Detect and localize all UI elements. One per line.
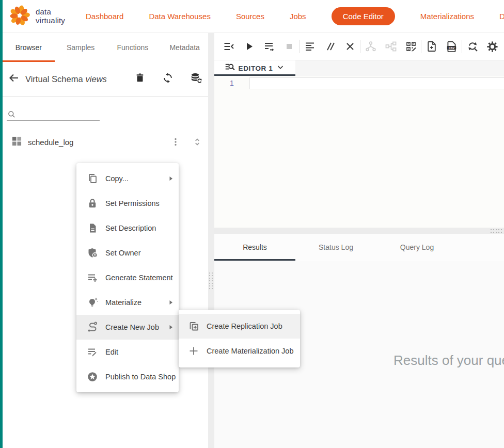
delete-schema-button[interactable] <box>133 72 147 86</box>
star-circle-icon <box>87 371 98 382</box>
tree-item-schedule-log[interactable]: schedule_log <box>3 132 211 152</box>
item-kebab-menu-button[interactable] <box>169 136 182 148</box>
copy-arrow-icon <box>188 321 199 332</box>
trash-icon <box>134 72 146 86</box>
manage-search-icon <box>225 62 235 75</box>
lock-icon <box>87 198 98 209</box>
nav-materializations[interactable]: Materializations <box>420 12 474 21</box>
qr-edit-icon[interactable] <box>401 36 421 57</box>
run-script-icon[interactable] <box>259 36 279 57</box>
stop-icon <box>279 36 299 57</box>
database-refresh-icon <box>190 72 202 86</box>
refresh-schema-button[interactable] <box>161 72 175 86</box>
panel-splitter-vertical[interactable] <box>208 33 214 448</box>
copy-icon <box>87 173 98 184</box>
chevron-down-icon[interactable] <box>276 62 285 74</box>
menu-item-label: Set Owner <box>105 249 141 257</box>
submenu-arrow-icon <box>168 300 174 305</box>
editor-active-line[interactable] <box>249 77 504 89</box>
menu-item-publish-to-data-shop[interactable]: Publish to Data Shop <box>76 364 179 389</box>
menu-item-label: Materialize <box>105 298 141 307</box>
shield-person-icon <box>87 247 98 259</box>
tree-item-label: schedule_log <box>28 138 73 147</box>
nav-data-shop[interactable]: Data Shop <box>499 12 504 21</box>
splitter-drag-handle <box>209 273 213 289</box>
menu-item-label: Create Replication Job <box>207 322 282 330</box>
menu-item-set-description[interactable]: Set Description <box>76 216 179 241</box>
nav-code-editor[interactable]: Code Editor <box>332 7 395 25</box>
playlist-add-icon <box>87 272 98 283</box>
tab-results[interactable]: Results <box>214 234 295 261</box>
code-editor-panel: CSV <box>214 33 504 448</box>
schema-tree-icon <box>381 36 401 57</box>
line-number: 1 <box>214 79 249 87</box>
schema-header: Virtual Schemaviews <box>3 62 211 97</box>
results-placeholder-text: Results of your querie <box>393 353 504 369</box>
csv-icon-label: CSV <box>449 46 455 49</box>
tab-browser[interactable]: Browser <box>3 33 55 62</box>
back-arrow-icon <box>8 72 20 86</box>
tab-samples[interactable]: Samples <box>55 33 107 62</box>
back-button[interactable] <box>7 72 21 86</box>
menu-item-label: Copy... <box>105 174 129 183</box>
settings-gear-icon[interactable] <box>482 36 502 57</box>
reload-metadata-button[interactable] <box>189 72 202 86</box>
menu-item-label: Publish to Data Shop <box>105 373 176 381</box>
sidebar-tabs: Browser Samples Functions Metadata <box>3 33 211 62</box>
results-tabs: Results Status Log Query Log <box>214 234 504 261</box>
note-add-icon[interactable] <box>421 36 442 57</box>
tab-metadata[interactable]: Metadata <box>159 33 211 62</box>
logo-wordmark: datavirtuality <box>36 8 65 24</box>
nav-sources[interactable]: Sources <box>236 12 264 21</box>
teal-edge-accent <box>0 0 3 448</box>
route-icon <box>87 322 98 333</box>
menu-item-label: Set Permissions <box>105 199 160 207</box>
editor-toolbar: CSV <box>214 33 504 60</box>
menu-item-set-permissions[interactable]: Set Permissions <box>76 191 179 216</box>
logo-starburst-icon <box>8 4 31 29</box>
menu-item-label: Create Materialization Job <box>207 347 293 355</box>
nav-jobs[interactable]: Jobs <box>290 12 306 21</box>
schema-title: Virtual Schemaviews <box>25 74 107 84</box>
menu-item-label: Edit <box>105 348 118 356</box>
format-slash-icon[interactable] <box>320 36 340 57</box>
menu-item-create-materialization-job[interactable]: Create Materialization Job <box>179 339 300 363</box>
menu-item-copy[interactable]: Copy... <box>76 166 179 191</box>
refresh-icon <box>162 72 174 86</box>
edit-list-icon <box>87 346 98 358</box>
search-input[interactable] <box>7 109 100 121</box>
tree-search <box>7 109 100 121</box>
menu-item-generate-statement[interactable]: Generate Statement <box>76 265 179 290</box>
nav-dashboard[interactable]: Dashboard <box>86 12 123 21</box>
panel-splitter-horizontal[interactable] <box>214 228 504 234</box>
tab-status-log[interactable]: Status Log <box>295 234 376 261</box>
data-virtuality-logo[interactable]: datavirtuality <box>8 4 69 29</box>
menu-item-set-owner[interactable]: Set Owner <box>76 241 179 265</box>
menu-item-materialize[interactable]: Materialize <box>76 290 179 315</box>
tab-editor-1[interactable]: EDITOR 1 <box>214 60 295 76</box>
submenu-arrow-icon <box>168 325 174 330</box>
editor-tab-label: EDITOR 1 <box>239 65 273 72</box>
menu-item-edit[interactable]: Edit <box>76 340 179 364</box>
nav-data-warehouses[interactable]: Data Warehouses <box>149 12 211 21</box>
create-new-job-submenu: Create Replication Job Create Materializ… <box>179 310 300 367</box>
menu-collapse-icon[interactable] <box>218 36 239 57</box>
splitter-drag-handle <box>491 229 502 233</box>
unfold-icon[interactable] <box>191 136 203 148</box>
find-replace-icon[interactable] <box>462 36 482 57</box>
top-navbar: datavirtuality Dashboard Data Warehouses… <box>0 0 504 33</box>
csv-export-icon[interactable]: CSV <box>442 36 462 57</box>
menu-item-label: Create New Job <box>105 323 159 331</box>
menu-item-create-new-job[interactable]: Create New Job <box>76 315 179 340</box>
run-icon[interactable] <box>239 36 259 57</box>
context-menu: Copy... Set Permissions Set Description <box>76 163 179 392</box>
description-icon <box>87 222 98 234</box>
tab-functions[interactable]: Functions <box>107 33 159 62</box>
menu-item-label: Set Description <box>105 224 156 232</box>
format-align-icon[interactable] <box>300 36 320 57</box>
tab-query-log[interactable]: Query Log <box>376 234 458 261</box>
code-editor-area[interactable]: 1 <box>214 76 504 228</box>
submenu-arrow-icon <box>168 176 174 181</box>
close-icon[interactable] <box>340 36 360 57</box>
menu-item-create-replication-job[interactable]: Create Replication Job <box>179 314 300 339</box>
